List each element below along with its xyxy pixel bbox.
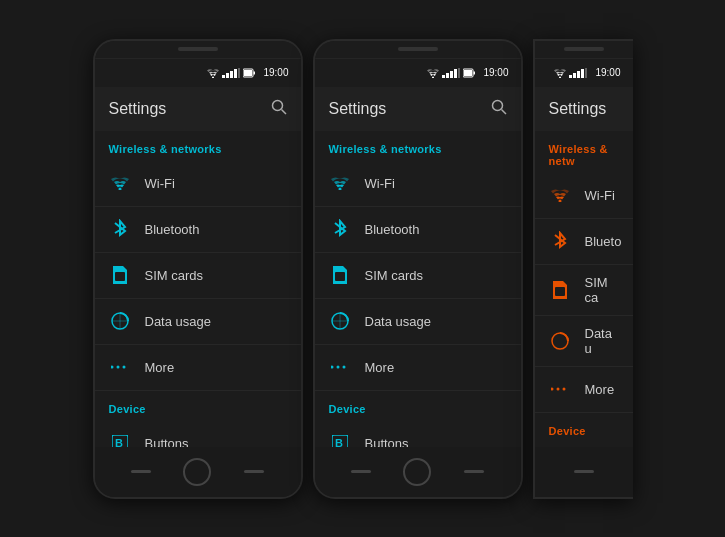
svg-rect-43 bbox=[585, 68, 587, 78]
wifi-signal-icon-3 bbox=[554, 68, 566, 78]
svg-point-0 bbox=[212, 76, 214, 78]
svg-text:B: B bbox=[335, 437, 343, 447]
bluetooth-icon-2 bbox=[329, 218, 351, 240]
menu-item-wifi-3[interactable]: Wi-Fi bbox=[535, 173, 633, 219]
menu-item-wifi-2[interactable]: Wi-Fi bbox=[315, 161, 521, 207]
data-icon-2 bbox=[329, 310, 351, 332]
nav-recent-1[interactable] bbox=[244, 470, 264, 473]
speaker-3 bbox=[564, 47, 604, 51]
content-2: Wireless & networks Wi-Fi bbox=[315, 131, 521, 447]
nav-home-1[interactable] bbox=[183, 458, 211, 486]
svg-point-47 bbox=[551, 388, 554, 391]
svg-rect-24 bbox=[458, 68, 460, 78]
menu-label-data-2: Data usage bbox=[365, 314, 432, 329]
phone-bottom-3 bbox=[535, 447, 633, 497]
menu-item-buttons-2[interactable]: B Buttons bbox=[315, 421, 521, 447]
svg-rect-4 bbox=[234, 69, 237, 78]
menu-item-bt-1[interactable]: Bluetooth bbox=[95, 207, 301, 253]
svg-point-33 bbox=[331, 366, 334, 369]
nav-back-2[interactable] bbox=[351, 470, 371, 473]
menu-item-sim-2[interactable]: SIM cards bbox=[315, 253, 521, 299]
bluetooth-icon-3 bbox=[549, 230, 571, 252]
search-button-1[interactable] bbox=[271, 99, 287, 118]
status-icons-3 bbox=[554, 68, 587, 78]
section-label-device-3: Device bbox=[535, 413, 633, 443]
menu-item-wifi-1[interactable]: Wi-Fi bbox=[95, 161, 301, 207]
nav-back-1[interactable] bbox=[131, 470, 151, 473]
app-bar-3: Settings bbox=[535, 87, 633, 131]
svg-rect-42 bbox=[581, 69, 584, 78]
menu-item-data-3[interactable]: Data u bbox=[535, 316, 633, 367]
menu-item-more-2[interactable]: More bbox=[315, 345, 521, 391]
buttons-icon-1: B bbox=[109, 432, 131, 447]
search-icon-1 bbox=[271, 99, 287, 115]
svg-rect-1 bbox=[222, 75, 225, 78]
svg-rect-12 bbox=[115, 272, 125, 281]
status-icons-2 bbox=[427, 68, 475, 78]
app-title-3: Settings bbox=[549, 100, 607, 118]
menu-item-data-2[interactable]: Data usage bbox=[315, 299, 521, 345]
menu-item-sim-1[interactable]: SIM cards bbox=[95, 253, 301, 299]
svg-rect-3 bbox=[230, 71, 233, 78]
data-icon-3 bbox=[549, 330, 571, 352]
wifi-signal-icon bbox=[207, 68, 219, 78]
speaker-1 bbox=[178, 47, 218, 51]
menu-item-buttons-1[interactable]: B Buttons bbox=[95, 421, 301, 447]
svg-rect-8 bbox=[244, 70, 252, 76]
svg-rect-26 bbox=[474, 71, 476, 74]
svg-rect-7 bbox=[254, 71, 256, 74]
menu-item-sim-3[interactable]: SIM ca bbox=[535, 265, 633, 316]
phone-1: 19:00 Settings Wireless & networks bbox=[93, 39, 303, 499]
more-icon-2 bbox=[329, 356, 351, 378]
svg-text:B: B bbox=[115, 437, 123, 447]
svg-rect-40 bbox=[573, 73, 576, 78]
svg-rect-39 bbox=[569, 75, 572, 78]
menu-item-more-3[interactable]: More bbox=[535, 367, 633, 413]
menu-label-sim-3: SIM ca bbox=[585, 275, 619, 305]
status-bar-2: 19:00 bbox=[315, 59, 521, 87]
svg-point-9 bbox=[272, 101, 282, 111]
cell-signal-icon-3 bbox=[569, 68, 587, 78]
app-bar-2: Settings bbox=[315, 87, 521, 131]
time-3: 19:00 bbox=[595, 67, 620, 78]
svg-line-10 bbox=[281, 110, 286, 115]
nav-recent-2[interactable] bbox=[464, 470, 484, 473]
svg-point-11 bbox=[118, 188, 121, 191]
svg-rect-5 bbox=[238, 68, 240, 78]
svg-point-49 bbox=[562, 388, 565, 391]
section-label-wireless-3: Wireless & netw bbox=[535, 131, 633, 173]
more-icon-3 bbox=[549, 378, 571, 400]
svg-point-38 bbox=[559, 76, 561, 78]
menu-item-bt-2[interactable]: Bluetooth bbox=[315, 207, 521, 253]
speaker-2 bbox=[398, 47, 438, 51]
search-icon-2 bbox=[491, 99, 507, 115]
time-1: 19:00 bbox=[263, 67, 288, 78]
phone-bottom-1 bbox=[95, 447, 301, 497]
time-2: 19:00 bbox=[483, 67, 508, 78]
nav-back-3[interactable] bbox=[574, 470, 594, 473]
menu-item-more-1[interactable]: More bbox=[95, 345, 301, 391]
svg-point-28 bbox=[492, 101, 502, 111]
menu-label-sim-2: SIM cards bbox=[365, 268, 424, 283]
svg-rect-31 bbox=[335, 272, 345, 281]
svg-rect-21 bbox=[446, 73, 449, 78]
menu-label-buttons-2: Buttons bbox=[365, 436, 409, 447]
content-3: Wireless & netw Wi-Fi bbox=[535, 131, 633, 447]
menu-label-sim-1: SIM cards bbox=[145, 268, 204, 283]
section-label-device-2: Device bbox=[315, 391, 521, 421]
nav-home-2[interactable] bbox=[403, 458, 431, 486]
search-button-2[interactable] bbox=[491, 99, 507, 118]
svg-point-30 bbox=[338, 188, 341, 191]
section-label-wireless-1: Wireless & networks bbox=[95, 131, 301, 161]
menu-item-data-1[interactable]: Data usage bbox=[95, 299, 301, 345]
menu-label-bt-2: Bluetooth bbox=[365, 222, 420, 237]
menu-label-data-1: Data usage bbox=[145, 314, 212, 329]
app-bar-1: Settings bbox=[95, 87, 301, 131]
phones-container: 19:00 Settings Wireless & networks bbox=[93, 39, 633, 499]
app-title-1: Settings bbox=[109, 100, 167, 118]
svg-point-19 bbox=[432, 76, 434, 78]
svg-rect-27 bbox=[464, 70, 472, 76]
status-bar-1: 19:00 bbox=[95, 59, 301, 87]
menu-item-bt-3[interactable]: Blueto bbox=[535, 219, 633, 265]
phone-bottom-2 bbox=[315, 447, 521, 497]
